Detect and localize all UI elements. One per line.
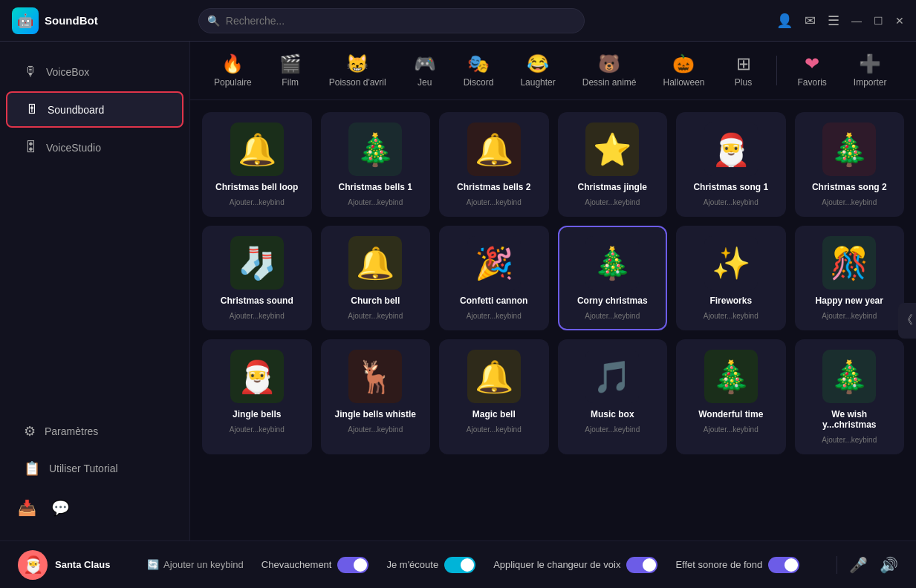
bottom-controls: 🔄 Ajouter un keybind Chevauchement Je m'… [128, 557, 819, 573]
tab-poisson[interactable]: 😸 Poisson d'avril [317, 48, 398, 94]
voice-toggle-group: Appliquer le changeur de voix [493, 557, 657, 573]
sidebar-item-voicebox[interactable]: 🎙 VoiceBox [6, 55, 183, 88]
import-icon[interactable]: 📥 [18, 499, 36, 517]
chat-icon[interactable]: 💬 [51, 499, 70, 517]
laugh-icon: 😂 [527, 53, 549, 74]
sidebar-item-voicebox-label: VoiceBox [46, 66, 89, 78]
add-keybind-button[interactable]: 🔄 Ajouter un keybind [147, 559, 244, 570]
search-input[interactable] [198, 8, 585, 33]
sound-card[interactable]: ✨FireworksAjouter...keybind [676, 226, 786, 330]
settings-icon: ⚙ [24, 423, 36, 440]
tab-poisson-label: Poisson d'avril [329, 77, 386, 88]
sound-card-sub: Ajouter...keybind [585, 425, 640, 434]
sidebar-item-soundboard[interactable]: 🎚 Soundboard [6, 91, 183, 128]
sidebar-item-voicestudio[interactable]: 🎛 VoiceStudio [6, 131, 183, 164]
sound-card-sub: Ajouter...keybind [348, 312, 403, 320]
sound-card-name: Jingle bells [233, 409, 281, 419]
sound-card[interactable]: ⭐Christmas jingleAjouter...keybind [558, 112, 668, 217]
sound-card-sub: Ajouter...keybind [585, 312, 640, 320]
sound-card-image: 🔔 [348, 236, 402, 290]
close-button[interactable]: ✕ [895, 15, 904, 27]
sound-card-sub: Ajouter...keybind [230, 425, 285, 434]
tab-plus-label: Plus [735, 77, 752, 88]
sidebar-item-parametres-label: Paramètres [45, 425, 98, 437]
tab-laughter[interactable]: 😂 Laughter [508, 48, 567, 94]
sound-card[interactable]: 🦌Jingle bells whistleAjouter...keybind [321, 339, 431, 454]
sound-card-sub: Ajouter...keybind [230, 198, 285, 206]
sound-card-image: 🎅 [230, 350, 284, 403]
sound-card[interactable]: 🎄We wish y...christmasAjouter...keybind [795, 339, 905, 454]
menu-icon[interactable]: ☰ [828, 13, 839, 29]
sound-card-sub: Ajouter...keybind [585, 198, 640, 206]
plus-grid-icon: ⊞ [736, 53, 751, 74]
sound-card-name: Confetti cannon [460, 295, 527, 306]
tab-discord-label: Discord [464, 77, 494, 88]
sound-card-name: Fireworks [709, 295, 752, 306]
sound-card[interactable]: 🔔Christmas bell loopAjouter...keybind [202, 112, 312, 217]
sound-card[interactable]: 🎄Christmas song 2Ajouter...keybind [795, 112, 905, 217]
main-content: 🔥 Populaire 🎬 Film 😸 Poisson d'avril 🎮 J… [190, 42, 916, 540]
mail-icon[interactable]: ✉ [805, 13, 816, 29]
background-toggle-group: Effet sonore de fond [675, 557, 799, 573]
background-toggle[interactable] [768, 557, 799, 573]
sound-card-image: 🎄 [348, 122, 402, 176]
tab-film-label: Film [282, 77, 299, 88]
sound-card-image: 🧦 [230, 236, 284, 290]
sound-card-sub: Ajouter...keybind [467, 198, 522, 206]
sound-card[interactable]: 🎄Christmas bells 1Ajouter...keybind [321, 112, 431, 217]
minimize-button[interactable]: — [851, 15, 862, 27]
search-bar: 🔍 [198, 8, 585, 33]
sound-card-image: 🔔 [230, 122, 284, 176]
maximize-button[interactable]: ☐ [874, 15, 883, 27]
sound-card[interactable]: 🔔Magic bellAjouter...keybind [439, 339, 549, 454]
overlap-toggle[interactable] [337, 557, 368, 573]
overlap-label: Chevauchement [262, 559, 332, 570]
listen-toggle[interactable] [444, 557, 475, 573]
sound-card[interactable]: 🎄Wonderful timeAjouter...keybind [676, 339, 786, 454]
voicestudio-icon: 🎛 [24, 140, 37, 155]
sound-card[interactable]: 🔔Church bellAjouter...keybind [321, 226, 431, 330]
sound-card-name: Christmas bells 1 [339, 182, 412, 192]
sound-card[interactable]: 🎅Christmas song 1Ajouter...keybind [676, 112, 786, 217]
tab-jeu[interactable]: 🎮 Jeu [401, 48, 449, 94]
sidebar-bottom: 📥 💬 [0, 487, 189, 529]
titlebar-actions: 👤 ✉ ☰ — ☐ ✕ [776, 13, 904, 29]
tab-populaire-label: Populaire [214, 77, 252, 88]
sound-card[interactable]: 🔔Christmas bells 2Ajouter...keybind [439, 112, 549, 217]
sound-card-image: 🎄 [585, 236, 639, 290]
tab-importer[interactable]: ➕ Importer [842, 48, 899, 94]
tab-plus[interactable]: ⊞ Plus [720, 48, 767, 94]
app-body: 🎙 VoiceBox 🎚 Soundboard 🎛 VoiceStudio ⚙ … [0, 42, 916, 540]
sound-grid-wrapper: 🔔Christmas bell loopAjouter...keybind🎄Ch… [190, 100, 916, 540]
poisson-icon: 😸 [346, 53, 368, 74]
volume-button[interactable]: 🔊 [880, 556, 898, 574]
sound-card[interactable]: 🧦Christmas soundAjouter...keybind [202, 226, 312, 330]
sound-card-sub: Ajouter...keybind [822, 312, 877, 320]
sound-card-sub: Ajouter...keybind [704, 312, 759, 320]
voice-toggle[interactable] [626, 557, 657, 573]
add-icon: ➕ [859, 53, 881, 74]
keybind-label: Ajouter un keybind [163, 559, 244, 570]
sound-card[interactable]: 🎄Corny christmasAjouter...keybind [558, 226, 668, 330]
tab-film[interactable]: 🎬 Film [267, 48, 314, 94]
sound-card[interactable]: 🎊Happy new yearAjouter...keybind [795, 226, 905, 330]
collapse-button[interactable]: 《 [898, 303, 916, 339]
sound-card-sub: Ajouter...keybind [704, 198, 759, 206]
sound-card[interactable]: 🎅Jingle bellsAjouter...keybind [202, 339, 312, 454]
sidebar-item-soundboard-label: Soundboard [48, 104, 104, 116]
sound-card[interactable]: 🎵Music boxAjouter...keybind [558, 339, 668, 454]
sidebar-item-parametres[interactable]: ⚙ Paramètres [6, 414, 183, 448]
mic-button[interactable]: 🎤 [849, 556, 868, 574]
profile-icon[interactable]: 👤 [776, 13, 793, 29]
tab-discord[interactable]: 🎭 Discord [452, 48, 506, 94]
tab-dessin[interactable]: 🐻 Dessin animé [571, 48, 649, 94]
tab-favoris[interactable]: ❤ Favoris [786, 48, 839, 94]
sound-card[interactable]: 🎉Confetti cannonAjouter...keybind [439, 226, 549, 330]
cartoon-icon: 🐻 [598, 53, 620, 74]
discord-icon: 🎭 [467, 53, 490, 74]
tab-jeu-label: Jeu [418, 77, 432, 88]
sidebar-item-tutorial[interactable]: 📋 Utiliser Tutorial [6, 451, 183, 486]
tab-populaire[interactable]: 🔥 Populaire [202, 48, 264, 94]
sound-card-sub: Ajouter...keybind [467, 425, 522, 434]
tab-halloween[interactable]: 🎃 Halloween [651, 48, 716, 94]
